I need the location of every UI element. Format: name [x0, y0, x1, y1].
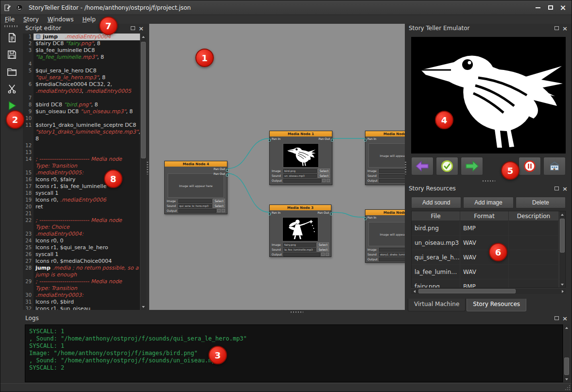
scroll-left-button[interactable]: [411, 289, 417, 294]
table-row[interactable]: la_fee_luminelle.mp3WAV: [412, 265, 565, 279]
graph-node[interactable]: Media Node 3Pan InPan OutImagefairy.pngS…: [269, 205, 331, 257]
script-editor-header[interactable]: Script editor ×: [23, 24, 146, 33]
toolbar-save-button[interactable]: [3, 47, 20, 62]
port-dot[interactable]: [268, 213, 271, 215]
node-field-value[interactable]: un_oiseau.mp3: [283, 174, 317, 178]
node-field-icon[interactable]: [321, 253, 325, 256]
scroll-up-button[interactable]: [559, 211, 565, 218]
resources-header[interactable]: Story Resources ×: [406, 184, 570, 193]
graph-node[interactable]: Media Node 2Pan InImage will appear here…: [365, 209, 405, 263]
node-field-value[interactable]: [379, 248, 405, 252]
node-field-value[interactable]: la_fee_luminelle.mp3: [283, 248, 316, 252]
menu-item-story[interactable]: Story: [19, 16, 43, 23]
toolbar-drag-handle[interactable]: [4, 25, 19, 27]
port-dot[interactable]: [226, 169, 228, 171]
script-editor-content[interactable]: 1jump .mediaEntry00042$fairy DC8 "fairy.…: [23, 34, 140, 310]
scroll-right-button[interactable]: [559, 289, 566, 294]
scrollbar-thumb[interactable]: [418, 289, 516, 293]
port-dot[interactable]: [330, 213, 332, 215]
node-title-bar[interactable]: Media Node 4: [165, 161, 227, 167]
resize-grip[interactable]: [564, 384, 571, 391]
add-sound-button[interactable]: Add sound: [411, 197, 461, 208]
node-field-icon[interactable]: [222, 209, 225, 212]
logs-scrollbar[interactable]: [563, 324, 570, 382]
emulator-header[interactable]: Story Teller Emulator ×: [406, 24, 570, 33]
scroll-down-button[interactable]: [140, 304, 146, 310]
node-field-icon[interactable]: [326, 253, 329, 256]
scrollbar-thumb[interactable]: [560, 219, 565, 253]
next-button[interactable]: [461, 157, 483, 175]
splitter-handle[interactable]: [483, 180, 495, 182]
splitter-handle[interactable]: [405, 162, 406, 174]
column-header-format[interactable]: Format: [460, 211, 509, 221]
title-bar[interactable]: StoryTeller Editor - /home/anthony/ostpr…: [0, 0, 572, 15]
toolbar-open-button[interactable]: [3, 64, 20, 79]
port-dot[interactable]: [364, 139, 366, 141]
node-field-value[interactable]: qui_sera_le_hero.mp3: [178, 204, 212, 208]
node-title-bar[interactable]: Media Node 1: [270, 131, 332, 136]
node-field-value[interactable]: [283, 253, 320, 256]
scroll-up-button[interactable]: [140, 34, 146, 40]
scroll-down-button[interactable]: [564, 376, 570, 382]
toolbar-new-script-button[interactable]: [3, 30, 20, 45]
node-select-button[interactable]: Select: [213, 199, 225, 203]
table-row[interactable]: qui_sera_le_hero.mp3WAV: [412, 250, 565, 265]
scrollbar-thumb[interactable]: [564, 358, 569, 375]
port-dot[interactable]: [331, 139, 333, 141]
toolbar-cut-button[interactable]: [3, 81, 20, 96]
scroll-up-button[interactable]: [564, 324, 570, 331]
node-field-value[interactable]: fairy.png: [283, 243, 316, 247]
scroll-down-button[interactable]: [559, 281, 565, 288]
tab-virtual-machine[interactable]: Virtual Machine: [408, 299, 466, 311]
scrollbar-track[interactable]: [417, 289, 559, 294]
menu-item-windows[interactable]: Windows: [43, 16, 78, 23]
close-panel-icon[interactable]: ×: [562, 315, 568, 322]
node-field-icon[interactable]: [327, 179, 330, 182]
float-panel-icon[interactable]: [555, 187, 559, 190]
table-horizontal-scrollbar[interactable]: [411, 288, 566, 294]
port-dot[interactable]: [226, 174, 228, 176]
node-field-value[interactable]: [379, 179, 405, 183]
node-field-icon[interactable]: [217, 209, 221, 212]
graph-node[interactable]: Media Node 1Pan InPan OutImagebird.pngSe…: [269, 131, 332, 185]
pause-button[interactable]: [519, 157, 541, 175]
maximize-button[interactable]: [545, 3, 556, 13]
node-select-button[interactable]: Select: [318, 169, 330, 173]
menu-item-file[interactable]: File: [0, 16, 19, 23]
tab-story-resources[interactable]: Story Resources: [467, 299, 526, 311]
logs-header[interactable]: Logs ×: [23, 314, 570, 323]
node-select-button[interactable]: Select: [318, 173, 330, 178]
add-image-button[interactable]: Add image: [463, 197, 513, 208]
close-panel-icon[interactable]: ×: [562, 186, 568, 192]
splitter-handle[interactable]: [147, 162, 148, 174]
scrollbar-thumb[interactable]: [141, 42, 146, 158]
menu-item-help[interactable]: Help: [78, 16, 100, 23]
node-select-button[interactable]: Select: [213, 204, 225, 208]
table-row[interactable]: bird.pngBMP: [412, 221, 565, 236]
validate-button[interactable]: [436, 157, 458, 175]
node-field-value[interactable]: story1_drako_luminelle_sceptre.mp3: [379, 253, 405, 256]
node-field-value[interactable]: bird.png: [283, 169, 317, 173]
close-button[interactable]: ×: [557, 3, 569, 13]
node-title-bar[interactable]: Media Node 2: [365, 210, 405, 215]
graph-node[interactable]: Media Node 4Pan OutPan OutImage will app…: [164, 161, 227, 214]
node-field-value[interactable]: [379, 169, 405, 173]
graph-node[interactable]: Media Node 5Pan InImage will appear here…: [365, 131, 405, 185]
scrollbar-track[interactable]: [564, 331, 570, 376]
splitter-handle[interactable]: [291, 311, 303, 313]
port-dot[interactable]: [364, 218, 366, 220]
node-field-value[interactable]: [178, 199, 212, 203]
scrollbar-track[interactable]: [140, 40, 146, 304]
float-panel-icon[interactable]: [555, 316, 559, 320]
table-vertical-scrollbar[interactable]: [559, 211, 565, 288]
home-button[interactable]: [543, 157, 566, 175]
node-field-value[interactable]: [283, 179, 321, 183]
port-dot[interactable]: [268, 139, 271, 141]
node-canvas[interactable]: Media Node 4Pan OutPan OutImage will app…: [149, 24, 405, 310]
node-field-value[interactable]: [379, 174, 405, 178]
table-row[interactable]: un_oiseau.mp3WAV: [412, 236, 565, 250]
previous-button[interactable]: [411, 157, 433, 175]
minimize-button[interactable]: [532, 3, 543, 13]
column-header-file[interactable]: File: [412, 211, 460, 221]
node-field-icon[interactable]: [322, 179, 326, 182]
